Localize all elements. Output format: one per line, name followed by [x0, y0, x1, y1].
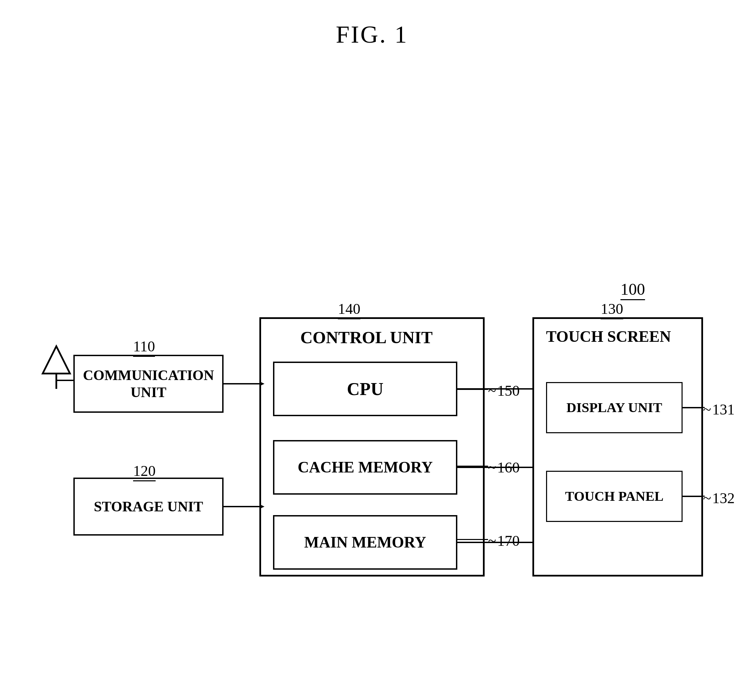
cache-memory-box: CACHE MEMORY: [273, 440, 457, 495]
ref-131-line: [683, 407, 705, 408]
communication-unit-label: COMMUNICATION UNIT: [75, 367, 222, 401]
ref-150: 150: [488, 382, 520, 400]
ref-170-line: [457, 539, 488, 540]
ref-160-line: [457, 466, 488, 467]
cpu-label: CPU: [347, 379, 384, 399]
ref-130: 130: [601, 300, 623, 319]
main-memory-box: MAIN MEMORY: [273, 515, 457, 570]
touch-screen-label: TOUCH SCREEN: [546, 327, 671, 346]
touch-panel-box: TOUCH PANEL: [546, 471, 683, 522]
ref-110: 110: [133, 338, 155, 357]
ref-100: 100: [620, 280, 645, 300]
communication-unit-box: COMMUNICATION UNIT: [73, 355, 223, 413]
display-unit-label: DISPLAY UNIT: [567, 400, 662, 416]
ref-131: 131: [703, 401, 735, 418]
svg-marker-0: [43, 346, 70, 373]
storage-unit-box: STORAGE UNIT: [73, 478, 223, 536]
cache-memory-label: CACHE MEMORY: [298, 458, 433, 477]
ref-150-line: [457, 389, 488, 390]
ref-160: 160: [488, 459, 520, 476]
main-memory-label: MAIN MEMORY: [304, 533, 426, 551]
ref-132-line: [683, 496, 705, 497]
ref-132: 132: [703, 489, 735, 507]
antenna-icon: [41, 345, 72, 390]
ref-120: 120: [133, 462, 156, 482]
ref-170: 170: [488, 532, 520, 550]
figure-title: FIG. 1: [336, 21, 408, 49]
touch-screen-box: [533, 317, 703, 577]
control-unit-label: CONTROL UNIT: [300, 327, 433, 347]
cpu-box: CPU: [273, 362, 457, 416]
storage-unit-label: STORAGE UNIT: [94, 498, 203, 515]
display-unit-box: DISPLAY UNIT: [546, 382, 683, 433]
touch-panel-label: TOUCH PANEL: [565, 488, 664, 505]
ref-140: 140: [338, 300, 360, 319]
